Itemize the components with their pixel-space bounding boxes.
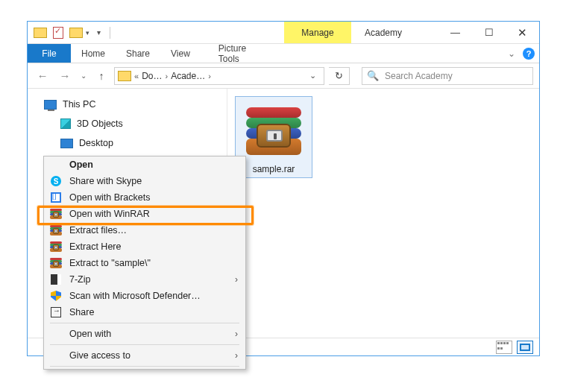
sevenzip-icon (50, 274, 62, 285)
breadcrumb-seg[interactable]: Acade… (171, 71, 205, 81)
ribbon-collapse-icon[interactable]: ⌄ (508, 48, 515, 59)
separator (50, 323, 239, 323)
ctx-defender[interactable]: Scan with Microsoft Defender… (44, 288, 245, 304)
ctx-give-access[interactable]: Give access to › (44, 347, 245, 364)
minimize-button[interactable]: — (438, 22, 472, 43)
chevron-right-icon: › (165, 72, 168, 80)
ctx-7zip[interactable]: 7-Zip › (44, 271, 245, 288)
chevron-right-icon: › (208, 72, 211, 80)
search-box[interactable]: 🔍 (362, 67, 533, 85)
chevron-right-icon: › (235, 350, 238, 361)
chevron-left-icon: « (134, 72, 139, 80)
properties-icon[interactable] (53, 27, 63, 39)
refresh-button[interactable]: ↻ (329, 67, 350, 85)
ctx-label: Extract to "sample\" (69, 258, 151, 268)
ribbon-tabs: File Home Share View Picture Tools ⌄ ? (28, 44, 539, 63)
back-button[interactable]: ← (34, 67, 51, 85)
tab-picture-tools[interactable]: Picture Tools (208, 44, 274, 63)
address-dropdown-icon[interactable]: ⌄ (305, 71, 321, 80)
chevron-down-icon: ▾ (86, 29, 89, 37)
share-icon (50, 307, 62, 317)
large-icons-view-button[interactable] (517, 341, 533, 354)
history-dropdown-icon[interactable]: ⌄ (78, 72, 89, 80)
cube-icon (60, 118, 71, 129)
pc-icon (44, 100, 57, 110)
ctx-extract-here[interactable]: Extract Here (44, 238, 245, 255)
shield-icon (50, 291, 62, 301)
file-label: sample.rar (253, 164, 295, 174)
maximize-button[interactable]: ☐ (472, 22, 506, 43)
manage-tab[interactable]: Manage (284, 22, 351, 43)
up-button[interactable]: ↑ (93, 70, 110, 82)
ctx-label: Extract Here (69, 241, 121, 252)
ctx-label: Extract files… (69, 225, 127, 235)
annotation-highlight (37, 206, 254, 225)
nav-desktop[interactable]: Desktop (44, 133, 227, 153)
close-button[interactable]: ✕ (506, 22, 539, 43)
ctx-label: Scan with Microsoft Defender… (69, 291, 201, 301)
file-area[interactable]: sample.rar (227, 89, 539, 338)
window-controls: — ☐ ✕ (438, 22, 539, 43)
search-icon: 🔍 (367, 70, 379, 81)
ctx-label: Open with Brackets (69, 192, 150, 203)
ctx-label: 7-Zip (69, 274, 90, 285)
folder-icon (118, 71, 131, 81)
file-item-sample-rar[interactable]: sample.rar (235, 96, 312, 178)
quick-access-toolbar: ▾ ▾ (28, 22, 116, 43)
tab-view[interactable]: View (160, 44, 201, 63)
nav-label: Desktop (79, 138, 113, 148)
folder-icon[interactable] (34, 28, 47, 38)
window-title: Academy (351, 22, 438, 43)
nav-label: 3D Objects (77, 118, 123, 129)
ctx-extract-to[interactable]: Extract to "sample\" (44, 255, 245, 271)
winrar-icon (50, 257, 62, 269)
nav-label: This PC (63, 99, 95, 110)
context-menu: Open S Share with Skype Open with Bracke… (43, 156, 246, 370)
nav-bar: ← → ⌄ ↑ « Do… › Acade… › ⌄ ↻ 🔍 (28, 63, 539, 89)
forward-button[interactable]: → (56, 67, 74, 85)
ctx-label: Share (69, 307, 94, 317)
details-view-button[interactable] (496, 341, 512, 354)
winrar-icon (50, 224, 62, 236)
ctx-share-skype[interactable]: S Share with Skype (44, 173, 245, 189)
ctx-label: Open with (69, 329, 111, 339)
breadcrumb-seg[interactable]: Do… (142, 71, 162, 81)
ctx-open-with[interactable]: Open with › (44, 326, 245, 342)
ctx-open-brackets[interactable]: Open with Brackets (44, 189, 245, 206)
address-bar[interactable]: « Do… › Acade… › ⌄ (114, 67, 324, 85)
skype-icon: S (50, 176, 62, 186)
qat-overflow-icon[interactable]: ▾ (97, 28, 101, 37)
help-icon[interactable]: ? (523, 48, 535, 60)
separator (50, 366, 239, 367)
brackets-icon (50, 192, 62, 203)
ctx-open[interactable]: Open (44, 157, 245, 173)
tab-home[interactable]: Home (71, 44, 116, 63)
winrar-archive-icon (244, 101, 304, 161)
ctx-label: Give access to (69, 350, 131, 361)
search-input[interactable] (383, 70, 528, 82)
divider (110, 27, 110, 39)
chevron-right-icon: › (235, 274, 238, 285)
ctx-share[interactable]: Share (44, 304, 245, 320)
winrar-icon (50, 241, 62, 253)
ctx-label: Open (69, 159, 93, 170)
desktop-icon (60, 139, 73, 148)
nav-3d-objects[interactable]: 3D Objects (44, 114, 227, 133)
title-bar: ▾ ▾ Manage Academy — ☐ ✕ (28, 22, 539, 44)
new-folder-icon[interactable] (69, 28, 83, 38)
ctx-label: Share with Skype (69, 176, 142, 186)
nav-this-pc[interactable]: This PC (44, 95, 227, 114)
tab-share[interactable]: Share (116, 44, 160, 63)
separator (50, 344, 239, 345)
chevron-right-icon: › (235, 329, 238, 339)
tab-file[interactable]: File (28, 44, 71, 63)
